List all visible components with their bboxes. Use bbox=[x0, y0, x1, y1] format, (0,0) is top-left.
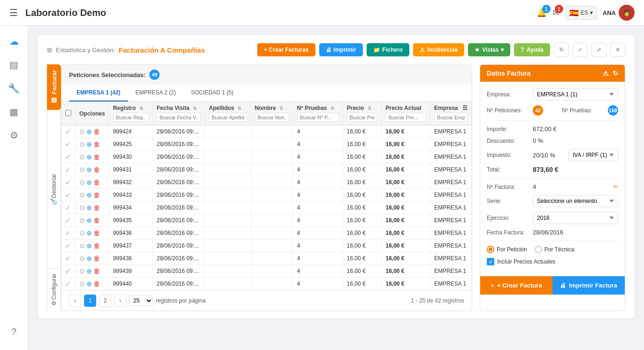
configurar-tab[interactable]: ⚙ Configurar bbox=[47, 268, 61, 311]
row-delete-icon-5[interactable]: 🗑 bbox=[93, 191, 100, 199]
row-add-icon-10[interactable]: ⊕ bbox=[86, 255, 92, 262]
gestionar-tab[interactable]: 🔍 Gestionar bbox=[47, 110, 61, 268]
row-add-icon-9[interactable]: ⊕ bbox=[86, 242, 92, 249]
row-add-icon-11[interactable]: ⊕ bbox=[86, 267, 92, 275]
row-add-icon-4[interactable]: ⊕ bbox=[86, 179, 92, 186]
select-all-checkbox[interactable] bbox=[65, 110, 71, 116]
row-view-icon-9[interactable]: ⊙ bbox=[79, 242, 85, 249]
row-add-icon-3[interactable]: ⊕ bbox=[86, 166, 92, 173]
search-precio[interactable] bbox=[347, 113, 378, 122]
imprimir-factura-button[interactable]: 🖨 Imprimir Factura bbox=[552, 276, 625, 295]
row-view-icon-4[interactable]: ⊙ bbox=[79, 179, 85, 186]
row-add-icon-5[interactable]: ⊕ bbox=[86, 191, 92, 199]
radio-tecnica[interactable]: Por Técnica bbox=[535, 246, 575, 253]
row-delete-icon-10[interactable]: 🗑 bbox=[93, 255, 100, 262]
incidencias-button[interactable]: ⚠ Incidencias bbox=[413, 43, 464, 56]
facturar-tab[interactable]: ▤ Facturar bbox=[47, 64, 61, 110]
col-registro[interactable]: Registro ⇅ bbox=[109, 102, 153, 125]
prev-page-button[interactable]: ‹ bbox=[69, 295, 81, 307]
col-apellidos[interactable]: Apellidos ⇅ bbox=[205, 102, 251, 125]
row-view-icon-3[interactable]: ⊙ bbox=[79, 166, 85, 173]
ejercicio-select[interactable]: 2016 bbox=[533, 212, 618, 224]
sidebar-item-chart[interactable]: ▦ bbox=[3, 101, 25, 123]
refresh-icon[interactable]: ↻ bbox=[613, 70, 618, 77]
search-nombre[interactable] bbox=[255, 113, 289, 122]
row-view-icon-12[interactable]: ⊙ bbox=[79, 280, 85, 288]
close-button[interactable]: ✕ bbox=[610, 43, 625, 57]
search-registro[interactable] bbox=[113, 113, 149, 122]
serie-select[interactable]: Seleccione un elemento bbox=[533, 195, 618, 207]
row-delete-icon-0[interactable]: 🗑 bbox=[93, 128, 100, 135]
row-add-icon-7[interactable]: ⊕ bbox=[86, 217, 92, 224]
row-add-icon-12[interactable]: ⊕ bbox=[86, 280, 92, 288]
fichero-button[interactable]: 📁 Fichero bbox=[367, 43, 409, 56]
row-view-icon-2[interactable]: ⊙ bbox=[79, 153, 85, 161]
sidebar-item-settings[interactable]: ⚙ bbox=[3, 124, 25, 146]
per-page-select[interactable]: 25 50 100 bbox=[129, 296, 153, 306]
next-page-button[interactable]: › bbox=[114, 295, 126, 307]
row-delete-icon-8[interactable]: 🗑 bbox=[93, 229, 100, 237]
messages-btn[interactable]: ✉ 1 bbox=[552, 8, 560, 18]
page-2-button[interactable]: 2 bbox=[99, 295, 111, 307]
crear-factura-button[interactable]: + + Crear Factura bbox=[480, 276, 552, 295]
row-delete-icon-7[interactable]: 🗑 bbox=[93, 217, 100, 224]
row-view-icon-11[interactable]: ⊙ bbox=[79, 267, 85, 275]
row-add-icon-8[interactable]: ⊕ bbox=[86, 229, 92, 237]
notifications-btn[interactable]: 🔔 1 bbox=[537, 8, 547, 18]
ayuda-button[interactable]: ? Ayuda bbox=[514, 43, 550, 56]
row-delete-icon-4[interactable]: 🗑 bbox=[93, 179, 100, 186]
search-fecha[interactable] bbox=[157, 113, 201, 122]
impuesto-type-select[interactable]: IVA / IRPF (1) bbox=[568, 149, 618, 161]
col-empresa[interactable]: Empresa ☰ bbox=[430, 102, 472, 125]
row-view-icon-1[interactable]: ⊙ bbox=[79, 140, 85, 148]
row-view-icon-7[interactable]: ⊙ bbox=[79, 217, 85, 224]
sidebar-item-help[interactable]: ? bbox=[3, 321, 25, 342]
row-delete-icon-12[interactable]: 🗑 bbox=[93, 280, 100, 288]
row-delete-icon-9[interactable]: 🗑 bbox=[93, 242, 100, 249]
refresh-button[interactable]: ↻ bbox=[554, 43, 569, 57]
row-delete-icon-1[interactable]: 🗑 bbox=[93, 140, 100, 148]
col-nombre[interactable]: Nombre ⇅ bbox=[251, 102, 293, 125]
row-delete-icon-2[interactable]: 🗑 bbox=[93, 153, 100, 161]
user-menu[interactable]: ANA 👩 bbox=[603, 5, 635, 21]
empresa-select[interactable]: EMPRESA 1 (1) bbox=[533, 88, 618, 101]
sidebar-item-cloud[interactable]: ☁ bbox=[3, 31, 25, 52]
expand-button[interactable]: ⤢ bbox=[591, 43, 606, 57]
row-add-icon-0[interactable]: ⊕ bbox=[86, 128, 92, 135]
hamburger-icon[interactable]: ☰ bbox=[9, 7, 18, 18]
tab-empresa1[interactable]: EMPRESA 1 (42) bbox=[69, 85, 128, 101]
incluir-precios-checkbox[interactable]: ✓ bbox=[487, 258, 494, 265]
imprimir-button[interactable]: 🖨 Imprimir bbox=[319, 43, 363, 56]
page-1-button[interactable]: 1 bbox=[84, 295, 96, 307]
row-view-icon-10[interactable]: ⊙ bbox=[79, 255, 85, 262]
radio-peticion[interactable]: Por Petición bbox=[487, 246, 527, 253]
col-precio[interactable]: Precio ⇅ bbox=[343, 102, 382, 125]
checkbox-row[interactable]: ✓ Incluir Precios Actuales bbox=[487, 258, 618, 265]
col-pruebas[interactable]: Nº Pruebas ⇅ bbox=[293, 102, 343, 125]
row-add-icon-6[interactable]: ⊕ bbox=[86, 204, 92, 211]
search-precio-actual[interactable] bbox=[385, 113, 426, 122]
row-add-icon-2[interactable]: ⊕ bbox=[86, 153, 92, 161]
search-empresa[interactable] bbox=[434, 113, 468, 122]
row-view-icon-5[interactable]: ⊙ bbox=[79, 191, 85, 199]
row-view-icon-6[interactable]: ⊙ bbox=[79, 204, 85, 211]
edit-icon[interactable]: ✏ bbox=[613, 183, 618, 190]
search-pruebas[interactable] bbox=[297, 113, 339, 122]
sidebar-item-document[interactable]: ▤ bbox=[3, 54, 25, 76]
row-delete-icon-11[interactable]: 🗑 bbox=[93, 267, 100, 275]
col-fecha[interactable]: Fecha Visita ⇅ bbox=[153, 102, 205, 125]
row-delete-icon-3[interactable]: 🗑 bbox=[93, 166, 100, 173]
tab-sociedad1[interactable]: SOCIEDAD 1 (5) bbox=[184, 85, 241, 101]
warning-icon[interactable]: ⚠ bbox=[603, 70, 609, 77]
search-apellidos[interactable] bbox=[209, 113, 247, 122]
vistas-button[interactable]: ★ Vistas ▾ bbox=[468, 43, 510, 56]
language-selector[interactable]: 🇪🇸 ES ▾ bbox=[565, 6, 597, 20]
row-add-icon-1[interactable]: ⊕ bbox=[86, 140, 92, 148]
tab-empresa2[interactable]: EMPRESA 2 (2) bbox=[128, 85, 184, 101]
row-view-icon-0[interactable]: ⊙ bbox=[79, 128, 85, 135]
col-menu-icon[interactable]: ☰ bbox=[462, 105, 468, 111]
sidebar-item-tools[interactable]: 🔧 bbox=[3, 78, 25, 99]
row-delete-icon-6[interactable]: 🗑 bbox=[93, 204, 100, 211]
row-view-icon-8[interactable]: ⊙ bbox=[79, 229, 85, 237]
crear-facturas-button[interactable]: + Crear Facturas bbox=[257, 43, 315, 56]
